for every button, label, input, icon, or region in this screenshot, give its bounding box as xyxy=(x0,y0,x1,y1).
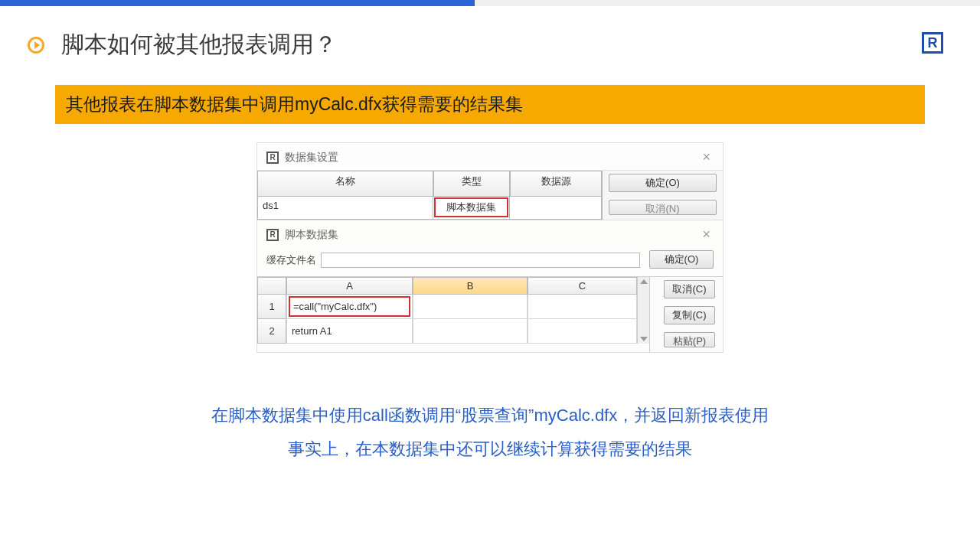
cancel-button-cut[interactable]: 取消(N) xyxy=(609,200,717,215)
dataset-type-highlight: 脚本数据集 xyxy=(434,197,508,217)
row-1-header[interactable]: 1 xyxy=(257,295,286,319)
app-icon: R xyxy=(266,229,279,241)
outer-cancel-area: 取消(N) xyxy=(602,197,723,220)
dialog-datasets: R 数据集设置 × 名称 类型 数据源 确定(O) ds1 脚本数据集 取消(N… xyxy=(256,142,724,353)
col-C-header[interactable]: C xyxy=(528,277,637,295)
cell-B2[interactable] xyxy=(413,319,528,344)
dataset-row[interactable]: ds1 脚本数据集 取消(N) xyxy=(257,197,723,220)
col-header-source: 数据源 xyxy=(510,171,602,197)
inner-dialog-titlebar: R 脚本数据集 × xyxy=(257,220,723,246)
dataset-header-row: 名称 类型 数据源 确定(O) xyxy=(257,171,723,197)
dataset-source-cell xyxy=(510,197,602,220)
cell-B1[interactable] xyxy=(413,295,528,319)
sheet-corner xyxy=(257,277,286,295)
col-B-header[interactable]: B xyxy=(413,277,528,295)
accent-bar xyxy=(0,0,980,6)
cell-C2[interactable] xyxy=(528,319,637,344)
copy-button[interactable]: 复制(C) xyxy=(664,306,715,324)
row-2-header[interactable]: 2 xyxy=(257,319,286,344)
cell-A2[interactable]: return A1 xyxy=(286,319,413,344)
vertical-scrollbar[interactable] xyxy=(637,277,649,344)
explanation-block: 在脚本数据集中使用call函数调用“股票查询”myCalc.dfx，并返回新报表… xyxy=(122,399,858,466)
col-header-name: 名称 xyxy=(257,171,433,197)
scroll-down-icon[interactable] xyxy=(640,337,648,341)
sheet-header-row: A B C xyxy=(257,277,637,295)
bullet-arrow-icon xyxy=(28,37,44,54)
col-header-type: 类型 xyxy=(433,171,510,197)
inner-dialog-title: 脚本数据集 xyxy=(285,228,338,242)
explain-line-2: 事实上，在本数据集中还可以继续计算获得需要的结果 xyxy=(122,432,858,466)
page-title: 脚本如何被其他报表调用？ xyxy=(61,29,337,60)
close-icon[interactable]: × xyxy=(699,149,714,165)
scroll-up-icon[interactable] xyxy=(640,279,648,284)
cell-C1[interactable] xyxy=(528,295,637,319)
inner-dialog-buttons: 取消(C) 复制(C) 粘贴(P) xyxy=(649,277,723,352)
dataset-type-cell: 脚本数据集 xyxy=(433,197,510,220)
paste-button-cut[interactable]: 粘贴(P) xyxy=(664,332,715,347)
cache-file-label: 缓存文件名 xyxy=(266,253,316,267)
explain-line-1: 在脚本数据集中使用call函数调用“股票查询”myCalc.dfx，并返回新报表… xyxy=(122,399,858,432)
col-A-header[interactable]: A xyxy=(286,277,413,295)
dialog-script-dataset: R 脚本数据集 × 缓存文件名 确定(O) A B C xyxy=(257,220,723,352)
cell-A1-highlight: =call("myCalc.dfx") xyxy=(289,296,410,317)
brand-logo-icon: R xyxy=(922,32,943,54)
close-icon[interactable]: × xyxy=(699,227,714,243)
cancel-button[interactable]: 取消(C) xyxy=(664,280,715,298)
outer-dialog-titlebar: R 数据集设置 × xyxy=(257,143,723,171)
app-icon: R xyxy=(266,152,279,164)
outer-dialog-title: 数据集设置 xyxy=(285,151,338,165)
script-sheet: A B C 1 =call("myCalc.dfx") xyxy=(257,276,723,352)
ok-button[interactable]: 确定(O) xyxy=(649,250,714,269)
cell-A1[interactable]: =call("myCalc.dfx") xyxy=(286,295,413,319)
cache-file-row: 缓存文件名 确定(O) xyxy=(257,246,723,276)
title-row: 脚本如何被其他报表调用？ xyxy=(0,6,980,60)
cache-file-input[interactable] xyxy=(321,253,640,268)
ok-button[interactable]: 确定(O) xyxy=(609,174,717,192)
sheet-row-1: 1 =call("myCalc.dfx") xyxy=(257,295,637,319)
dataset-name-cell: ds1 xyxy=(257,197,433,220)
outer-button-column: 确定(O) xyxy=(602,171,723,197)
sheet-row-2: 2 return A1 xyxy=(257,319,637,344)
highlight-banner: 其他报表在脚本数据集中调用myCalc.dfx获得需要的结果集 xyxy=(55,85,925,124)
